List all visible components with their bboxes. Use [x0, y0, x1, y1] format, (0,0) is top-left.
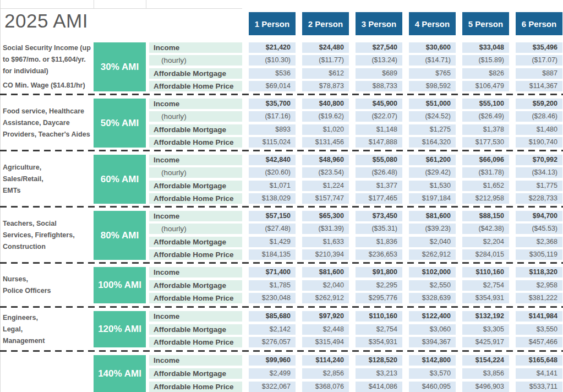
value-cell: $328,639: [409, 293, 456, 303]
value-cell: $147,888: [356, 137, 402, 148]
row-label: Affordable Home Price: [149, 382, 242, 392]
row-label: Affordable Mortgage: [149, 68, 242, 79]
occupation-description: Nurses,Police Officers: [3, 267, 92, 303]
value-cell: $138,029: [249, 193, 296, 204]
description-paragraph: CO Min. Wage ($14.81/hr): [3, 80, 92, 91]
column-header-2-person[interactable]: 2 Person: [302, 12, 349, 35]
row-label: Affordable Mortgage: [149, 324, 242, 335]
value-cell: $1,071: [249, 181, 296, 191]
value-cell: ($14.71): [409, 55, 456, 66]
value-cell: $3,213: [356, 368, 402, 379]
column-header-5-person[interactable]: 5 Person: [462, 12, 509, 35]
row-label: Affordable Home Price: [149, 293, 242, 303]
row-label: Affordable Home Price: [149, 81, 242, 91]
value-cell: $2,754: [356, 324, 402, 335]
ami-percent-badge: 80% AMI: [94, 211, 146, 260]
value-cell: $24,480: [302, 42, 349, 53]
value-cell: $1,785: [249, 280, 296, 291]
description-paragraph: Food service, HealthcareAssistance, Dayc…: [3, 106, 92, 140]
value-cell: $57,150: [249, 211, 296, 221]
value-cell: ($29.42): [409, 167, 456, 178]
row-label: Affordable Mortgage: [149, 280, 242, 291]
value-cell: $99,960: [249, 355, 296, 366]
value-cell: $51,000: [409, 99, 456, 109]
value-cell: $2,754: [462, 280, 509, 291]
value-cell: $236,653: [356, 249, 402, 260]
row-label: Income: [149, 355, 242, 366]
occupation-description: Food service, HealthcareAssistance, Dayc…: [3, 99, 92, 148]
value-cell: $164,320: [409, 137, 456, 148]
value-cell: ($26.49): [462, 111, 509, 122]
value-cell: $612: [302, 68, 349, 79]
value-cell: ($39.23): [409, 224, 456, 234]
value-cell: $460,095: [409, 382, 456, 392]
value-cell: $55,080: [356, 155, 402, 165]
value-cell: $536: [249, 68, 296, 79]
value-cell: ($19.62): [302, 111, 349, 122]
value-cell: $1,378: [462, 124, 509, 135]
occupation-description: Teachers, SocialServices, Firefighters,C…: [3, 211, 92, 260]
value-cell: $122,400: [409, 311, 456, 322]
description-paragraph: Social Security Income (upto $967/mo. or…: [3, 42, 92, 77]
value-cell: $91,800: [356, 267, 402, 277]
value-cell: ($31.78): [462, 167, 509, 178]
value-cell: $1,429: [249, 237, 296, 247]
value-cell: $1,275: [409, 124, 456, 135]
value-cell: $1,652: [462, 181, 509, 191]
gridline: [0, 8, 242, 9]
column-header-6-person[interactable]: 6 Person: [516, 12, 562, 35]
ami-percent-badge: 50% AMI: [94, 99, 146, 148]
row-label: Income: [149, 311, 242, 322]
value-cell: $284,015: [462, 249, 509, 260]
ami-section-30pct: Social Security Income (upto $967/mo. or…: [0, 42, 563, 91]
column-header-1-person[interactable]: 1 Person: [249, 12, 296, 35]
description-paragraph: Nurses,Police Officers: [3, 274, 92, 297]
ami-percent-badge: 60% AMI: [94, 155, 146, 204]
ami-section-120pct: Engineers,Legal,Management120% AMIIncome…: [0, 311, 563, 347]
value-cell: $2,295: [356, 280, 402, 291]
value-cell: $40,800: [302, 99, 349, 109]
value-cell: ($28.46): [516, 111, 562, 122]
row-label: Affordable Home Price: [149, 249, 242, 260]
value-cell: $295,776: [356, 293, 402, 303]
value-cell: ($31.39): [302, 224, 349, 234]
dashed-section-divider: [0, 262, 563, 264]
value-cell: $1,224: [302, 181, 349, 191]
value-cell: $230,048: [249, 293, 296, 303]
value-cell: $69,014: [249, 81, 296, 91]
value-cell: $21,420: [249, 42, 296, 53]
value-cell: $2,368: [516, 237, 562, 247]
value-cell: $35,496: [516, 42, 562, 53]
value-cell: $42,840: [249, 155, 296, 165]
value-cell: $2,448: [302, 324, 349, 335]
value-cell: $141,984: [516, 311, 562, 322]
value-cell: $55,100: [462, 99, 509, 109]
value-cell: $88,150: [462, 211, 509, 221]
value-cell: $305,119: [516, 249, 562, 260]
ami-table-page: 2025 AMI 1 Person2 Person3 Person4 Perso…: [0, 0, 563, 392]
value-cell: $132,192: [462, 311, 509, 322]
value-cell: $128,520: [356, 355, 402, 366]
row-label: Affordable Mortgage: [149, 181, 242, 191]
value-cell: $154,224: [462, 355, 509, 366]
column-header-4-person[interactable]: 4 Person: [409, 12, 456, 35]
value-cell: $315,494: [302, 337, 349, 347]
value-cell: $457,466: [516, 337, 562, 347]
value-cell: $73,450: [356, 211, 402, 221]
value-cell: $533,711: [516, 382, 562, 392]
occupation-description: Social Security Income (upto $967/mo. or…: [3, 42, 92, 91]
value-cell: $1,530: [409, 181, 456, 191]
value-cell: $35,700: [249, 99, 296, 109]
row-label: Affordable Mortgage: [149, 124, 242, 135]
value-cell: $3,305: [462, 324, 509, 335]
column-header-3-person[interactable]: 3 Person: [356, 12, 402, 35]
value-cell: ($13.24): [356, 55, 402, 66]
value-cell: $414,086: [356, 382, 402, 392]
value-cell: $61,200: [409, 155, 456, 165]
value-cell: $48,960: [302, 155, 349, 165]
ami-percent-badge: 140% AMI: [94, 355, 146, 392]
value-cell: $354,931: [462, 293, 509, 303]
row-label: Income: [149, 42, 242, 53]
value-cell: $2,499: [249, 368, 296, 379]
value-cell: $114,367: [516, 81, 562, 91]
